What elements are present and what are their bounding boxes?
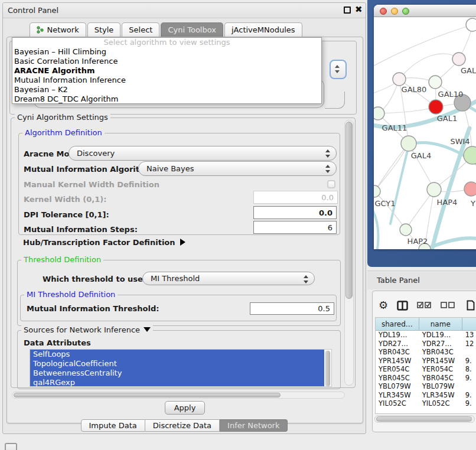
settings-horizontal-scrollbar[interactable] xyxy=(12,392,345,399)
algorithm-option[interactable]: Basic Correlation Inference xyxy=(12,57,321,66)
attribute-item[interactable]: BetweennessCentrality xyxy=(30,369,324,378)
attribute-item[interactable]: gal4RGexp xyxy=(30,378,324,387)
aracne-mode-value: Discovery xyxy=(77,149,115,158)
table-cell: 9. xyxy=(462,399,476,408)
table-row[interactable]: YBR043CYBR043C xyxy=(376,348,476,357)
network-node-y[interactable] xyxy=(464,182,476,196)
sources-title[interactable]: Sources for Network Inference xyxy=(21,325,153,334)
column-header[interactable]: name xyxy=(419,318,462,330)
table-cell: 9. xyxy=(462,391,476,400)
network-edge[interactable] xyxy=(378,107,436,113)
table-cell: YLR345W xyxy=(419,391,462,400)
network-node-gal7[interactable] xyxy=(452,53,465,66)
gear-icon[interactable]: ⚙ xyxy=(379,300,388,311)
network-node-swi4[interactable] xyxy=(464,146,476,164)
table-row[interactable]: YIL052CYIL052C9. xyxy=(376,399,476,408)
network-window-titlebar[interactable] xyxy=(374,5,476,17)
unselect-columns-icon[interactable] xyxy=(441,302,455,309)
tab-select[interactable]: Select xyxy=(122,22,159,37)
node-label: SWI4 xyxy=(450,137,470,146)
bottom-tab-strip: Impute DataDiscretize DataInfer Network xyxy=(3,419,366,432)
close-traffic-light[interactable] xyxy=(380,8,387,15)
table-horizontal-scrollbar[interactable] xyxy=(374,415,475,423)
hub-definition-expander[interactable]: Hub/Transcription Factor Definition xyxy=(23,238,185,247)
kernel-width-field[interactable]: 0.0 xyxy=(253,191,338,204)
combo-arrows-icon xyxy=(325,149,330,158)
network-edge-highlighted[interactable] xyxy=(374,206,379,249)
node-attribute-table[interactable]: shared…name YDL19…YDL19…13YDR27…YDR27…12… xyxy=(375,317,476,414)
scrollbar-thumb[interactable] xyxy=(345,122,353,299)
network-node-gal80[interactable] xyxy=(393,73,406,86)
table-row[interactable]: YBL079WYBL079W xyxy=(376,382,476,391)
network-node-gal11[interactable] xyxy=(374,107,384,120)
table-row[interactable]: YER054CYER054C8. xyxy=(376,365,476,374)
partial-toolbar-button[interactable] xyxy=(5,443,17,450)
column-header[interactable]: shared… xyxy=(376,318,419,330)
control-panel-titlebar: Control Panel ✖ xyxy=(3,3,366,18)
data-attributes-listbox[interactable]: SelfLoopsTopologicalCoefficientBetweenne… xyxy=(30,349,332,387)
network-node-hap2[interactable] xyxy=(400,224,412,236)
attributes-scrollbar[interactable] xyxy=(325,350,331,387)
table-rows[interactable]: YDL19…YDL19…13YDR27…YDR27…12YBR043CYBR04… xyxy=(376,331,476,411)
network-node-hap4[interactable] xyxy=(427,182,441,197)
table-row[interactable]: YBR045CYBR045C9. xyxy=(376,374,476,383)
network-edge[interactable] xyxy=(399,54,459,79)
threshold-definition-group: Threshold Definition Which threshold to … xyxy=(17,260,341,326)
mi-threshold-definition-title: MI Threshold Definition xyxy=(24,290,118,299)
float-window-icon[interactable] xyxy=(344,6,351,14)
bottom-tab-infer-network[interactable]: Infer Network xyxy=(220,419,288,432)
algorithm-option[interactable]: ARACNE Algorithm xyxy=(12,66,321,76)
network-node[interactable] xyxy=(466,18,476,31)
network-graph: GAL7GAL80GAL10GAL1GAL11SWI4GAL4GCY1HAP4Y… xyxy=(374,17,476,249)
mi-type-select[interactable]: Naive Bayes xyxy=(138,161,337,176)
node-label: GAL10 xyxy=(438,90,464,99)
node-label: Y xyxy=(470,199,475,208)
table-row[interactable]: YPR145WYPR145W9. xyxy=(376,357,476,366)
table-column-headers[interactable]: shared…name xyxy=(376,318,476,331)
network-node-gal10[interactable] xyxy=(429,76,442,89)
network-node-gal1[interactable] xyxy=(429,100,443,114)
focused-combo-spinner-partial[interactable] xyxy=(330,60,347,79)
minimize-traffic-light[interactable] xyxy=(391,8,398,15)
scrollbar-thumb[interactable] xyxy=(14,393,281,397)
algorithm-option[interactable]: Bayesian – K2 xyxy=(12,85,321,94)
tab-style[interactable]: Style xyxy=(87,22,121,37)
bottom-tab-impute-data[interactable]: Impute Data xyxy=(81,419,145,432)
aracne-mode-select[interactable]: Discovery xyxy=(69,146,337,161)
manual-kernel-checkbox[interactable] xyxy=(327,180,335,188)
attribute-item[interactable]: SelfLoops xyxy=(30,350,324,359)
document-icon[interactable] xyxy=(467,300,475,311)
column-header[interactable] xyxy=(462,318,476,330)
manual-kernel-label: Manual Kernel Width Definition xyxy=(24,180,159,189)
algorithm-option[interactable]: Mutual Information Inference xyxy=(12,76,321,85)
table-panel: ⚙ shared…name YDL19…YDL19…13YDR27…YDR27…… xyxy=(372,291,476,432)
algorithm-option[interactable]: Bayesian – Hill Climbing xyxy=(12,47,321,57)
table-row[interactable]: YDL19…YDL19…13 xyxy=(376,331,476,340)
scrollbar-thumb[interactable] xyxy=(325,351,330,386)
bottom-tab-discretize-data[interactable]: Discretize Data xyxy=(145,419,220,432)
mi-threshold-field[interactable]: 0.5 xyxy=(250,302,334,315)
algorithm-option[interactable]: Dream8 DC_TDC Algorithm xyxy=(12,94,321,104)
threshold-definition-title: Threshold Definition xyxy=(21,255,103,264)
network-node-gcy1[interactable] xyxy=(374,185,380,197)
table-row[interactable]: YDR27…YDR27…12 xyxy=(376,340,476,348)
close-icon[interactable]: ✖ xyxy=(355,4,363,15)
which-threshold-select[interactable]: MI Threshold xyxy=(142,272,315,285)
network-view-window[interactable]: GAL7GAL80GAL10GAL1GAL11SWI4GAL4GCY1HAP4Y… xyxy=(374,5,476,249)
network-canvas[interactable]: GAL7GAL80GAL10GAL1GAL11SWI4GAL4GCY1HAP4Y… xyxy=(374,17,476,249)
attribute-item[interactable]: TopologicalCoefficient xyxy=(30,359,324,369)
tab-jactivemnodules[interactable]: jActiveMNodules xyxy=(224,22,302,37)
tab-cyni-toolbox[interactable]: Cyni Toolbox xyxy=(161,22,223,37)
settings-vertical-scrollbar[interactable] xyxy=(344,120,354,386)
scrollbar-thumb[interactable] xyxy=(376,416,472,422)
dpi-tolerance-field[interactable]: 0.0 xyxy=(253,206,337,219)
network-node-gal4[interactable] xyxy=(401,136,416,151)
table-row[interactable]: YLR345WYLR345W9. xyxy=(376,391,476,400)
mi-steps-field[interactable]: 6 xyxy=(253,221,337,234)
apply-button[interactable]: Apply xyxy=(165,401,205,415)
select-checked-columns-icon[interactable] xyxy=(417,302,432,309)
zoom-traffic-light[interactable] xyxy=(402,8,409,15)
network-edge-highlighted[interactable] xyxy=(430,238,476,247)
split-columns-icon[interactable] xyxy=(397,301,408,311)
tab-network[interactable]: Network xyxy=(30,22,86,37)
